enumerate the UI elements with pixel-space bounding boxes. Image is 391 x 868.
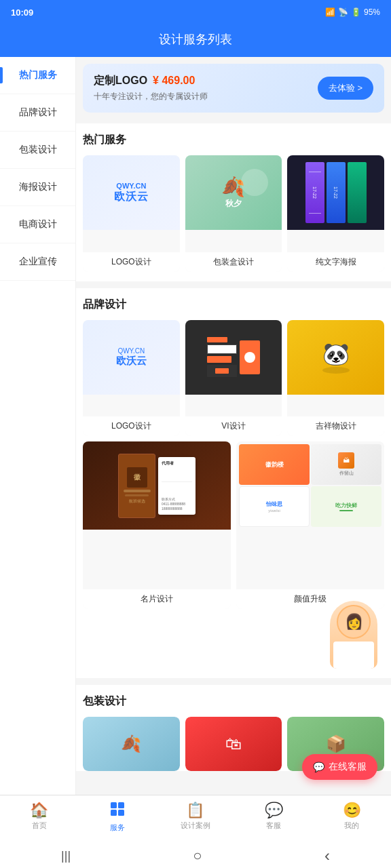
nav-home-label: 首页	[32, 821, 47, 831]
svg-rect-3	[118, 810, 124, 816]
system-nav: ||| ○ ‹	[0, 844, 391, 868]
sidebar: 热门服务 品牌设计 包装设计 海报设计 电商设计 企业宣传	[0, 57, 76, 795]
banner-price: ¥ 469.00	[153, 75, 195, 87]
page-header: 设计服务列表	[0, 24, 391, 57]
sidebar-item-packaging[interactable]: 包装设计	[0, 132, 75, 169]
nav-services-label: 服务	[110, 823, 125, 833]
nav-profile[interactable]: 😊 我的	[335, 803, 369, 831]
banner-info: 定制LOGO ¥ 469.00 十年专注设计，您的专属设计师	[94, 74, 208, 102]
brand-logo-card[interactable]: QWY.CN 欧沃云 LOGO设计	[83, 320, 180, 437]
recents-button[interactable]: |||	[61, 849, 71, 863]
service-person-area: 👩	[83, 614, 384, 669]
home-icon: 🏠	[30, 803, 48, 818]
sidebar-item-poster[interactable]: 海报设计	[0, 169, 75, 206]
hot-services-grid: QWY.CN 欧沃云 LOGO设计 🍂	[83, 155, 384, 272]
hot-poster-card[interactable]: 17-22 17-22 纯文字海报	[287, 155, 384, 272]
sidebar-item-enterprise[interactable]: 企业宣传	[0, 243, 75, 281]
promo-banner[interactable]: 定制LOGO ¥ 469.00 十年专注设计，您的专属设计师 去体验 >	[83, 64, 384, 113]
banner-cta-button[interactable]: 去体验 >	[318, 77, 373, 100]
hot-services-title: 热门服务	[83, 133, 384, 147]
service-avatar-container: 👩	[323, 594, 384, 669]
packaging-giftbag-card[interactable]: 🛍	[185, 717, 282, 771]
brand-value-card[interactable]: 徽韵楼 🏔 作留山 怡味思 yiwelsi 吃力快鲜	[236, 441, 384, 609]
nav-cases[interactable]: 📋 设计案例	[179, 803, 212, 831]
online-service-label: 在线客服	[329, 761, 367, 773]
banner-title: 定制LOGO	[94, 74, 147, 88]
brand-design-title: 品牌设计	[83, 298, 384, 312]
nav-customer-label: 客服	[266, 821, 281, 831]
brand-mascot-label: 吉祥物设计	[287, 416, 384, 436]
main-layout: 热门服务 品牌设计 包装设计 海报设计 电商设计 企业宣传 定制LOGO ¥ 4…	[0, 57, 391, 795]
online-service-button[interactable]: 💬 在线客服	[302, 754, 377, 780]
brand-vi-label: VI设计	[185, 416, 282, 436]
hot-packaging-card[interactable]: 🍂 秋夕 包装盒设计	[185, 155, 282, 272]
brand-logo-label: LOGO设计	[83, 416, 180, 436]
status-icons: 📶 📡 🔋 95%	[325, 7, 380, 17]
battery-percent: 95%	[364, 7, 380, 17]
services-icon	[109, 801, 126, 820]
packaging-giftbag-img: 🛍	[185, 717, 282, 771]
brand-vi-card[interactable]: VI设计	[185, 320, 282, 437]
brand-row1-grid: QWY.CN 欧沃云 LOGO设计	[83, 320, 384, 437]
packaging-title: 包装设计	[83, 694, 384, 709]
chat-icon: 💬	[313, 762, 324, 772]
hot-logo-card[interactable]: QWY.CN 欧沃云 LOGO设计	[83, 155, 180, 272]
sidebar-item-ecommerce[interactable]: 电商设计	[0, 206, 75, 243]
packaging-bag-card[interactable]: 🍂	[83, 717, 180, 771]
brand-namecard-card[interactable]: 徽 航班候选 代用者 联系方式0411-8888888818888888888	[83, 441, 231, 609]
page-title: 设计服务列表	[159, 33, 232, 46]
brand-mascot-card[interactable]: 🐼 吉祥物设计	[287, 320, 384, 437]
banner-subtitle: 十年专注设计，您的专属设计师	[94, 91, 208, 102]
packaging-bag-img: 🍂	[83, 717, 180, 771]
nav-profile-label: 我的	[344, 821, 359, 831]
wifi-icon: 📡	[338, 7, 348, 17]
nav-customer[interactable]: 💬 客服	[257, 803, 291, 831]
signal-icon: 📶	[325, 7, 335, 17]
home-button[interactable]: ○	[193, 847, 202, 865]
svg-rect-2	[111, 810, 117, 816]
back-button[interactable]: ‹	[324, 846, 330, 865]
status-bar: 10:09 📶 📡 🔋 95%	[0, 0, 391, 24]
profile-icon: 😊	[343, 803, 361, 818]
brand-row2-grid: 徽 航班候选 代用者 联系方式0411-8888888818888888888	[83, 441, 384, 609]
svg-rect-0	[111, 802, 117, 808]
hot-services-section: 热门服务 QWY.CN 欧沃云 LOGO设计	[76, 123, 391, 281]
content-area[interactable]: 定制LOGO ¥ 469.00 十年专注设计，您的专属设计师 去体验 > 热门服…	[76, 57, 391, 795]
nav-services[interactable]: 服务	[100, 801, 134, 833]
sidebar-item-hot[interactable]: 热门服务	[0, 57, 75, 94]
nav-home[interactable]: 🏠 首页	[22, 803, 56, 831]
bottom-nav: 🏠 首页 服务 📋 设计案例 💬 客服 😊 我的	[0, 795, 391, 844]
hot-logo-label: LOGO设计	[83, 252, 180, 272]
svg-rect-1	[118, 802, 124, 808]
customer-icon: 💬	[265, 803, 283, 818]
status-time: 10:09	[11, 7, 33, 18]
battery-icon: 🔋	[351, 7, 361, 17]
brand-namecard-label: 名片设计	[83, 589, 231, 609]
nav-cases-label: 设计案例	[181, 821, 210, 831]
sidebar-item-brand[interactable]: 品牌设计	[0, 94, 75, 132]
brand-design-section: 品牌设计 QWY.CN 欧沃云 LOGO设计	[76, 288, 391, 679]
cases-icon: 📋	[186, 803, 204, 818]
hot-packaging-label: 包装盒设计	[185, 252, 282, 272]
hot-poster-label: 纯文字海报	[287, 252, 384, 272]
